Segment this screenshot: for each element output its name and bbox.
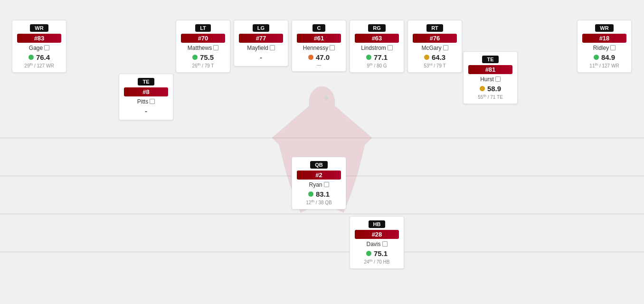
dot-hb [366,251,371,256]
dot-rt [424,55,429,60]
name-te-left[interactable]: Pitts [124,98,168,105]
field-line-1 [0,138,644,138]
number-wr-right: #18 [582,34,626,43]
dot-lt [192,55,198,60]
copy-icon-qb[interactable] [324,182,329,187]
name-lt[interactable]: Matthews [181,45,225,51]
svg-marker-3 [322,109,333,120]
number-c: #61 [297,34,341,43]
position-wr-left: WR [30,24,48,32]
rating-lt: 75.5 [181,53,225,61]
name-rg[interactable]: Lindstrom [355,45,399,51]
number-qb: #2 [297,171,341,180]
rating-te-left: - [124,107,168,115]
rating-hb: 75.1 [355,249,399,257]
rating-qb: 83.1 [297,190,341,198]
rank-c: — [297,62,341,67]
dot-wr-left [28,55,34,60]
copy-icon-hb[interactable] [383,242,388,247]
card-wr-left: WR #83 Gage 76.4 29th / 127 WR [12,20,66,73]
copy-icon-rt[interactable] [444,46,448,50]
card-qb: QB #2 Ryan 83.1 12th / 38 QB [292,157,346,209]
rank-rg: 9th / 80 G [355,62,399,68]
copy-icon-wr-right[interactable] [611,46,616,50]
name-wr-left[interactable]: Gage [17,45,61,51]
card-wr-right: WR #18 Ridley 84.9 11th / 127 WR [577,20,632,73]
field-line-3 [0,214,644,214]
position-wr-right: WR [595,24,613,32]
svg-point-6 [324,96,329,100]
rank-qb: 12th / 38 QB [297,199,341,205]
rating-rg: 77.1 [355,53,399,61]
name-qb[interactable]: Ryan [297,181,341,188]
rank-wr-right: 11th / 127 WR [582,62,626,68]
name-c[interactable]: Hennessy [297,45,341,51]
copy-icon-lg[interactable] [270,46,275,50]
name-rt[interactable]: McGary [413,45,457,51]
rank-te-right: 55th / 71 TE [468,94,512,100]
position-hb: HB [369,220,386,228]
rating-lg: - [239,53,283,61]
number-lt: #70 [181,34,225,43]
number-te-left: #8 [124,87,168,96]
rank-rt: 53rd / 79 T [413,62,457,68]
name-lg[interactable]: Mayfield [239,45,283,51]
rating-c: 47.0 [297,53,341,61]
card-hb: HB #28 Davis 75.1 24th / 70 HB [350,216,404,269]
name-hb[interactable]: Davis [355,241,399,247]
rating-rt: 64.3 [413,53,457,61]
card-lg: LG #77 Mayfield - [234,20,288,66]
rank-wr-left: 29th / 127 WR [17,62,61,68]
number-hb: #28 [355,230,399,239]
rank-lt: 26th / 79 T [181,62,225,68]
card-rg: RG #63 Lindstrom 77.1 9th / 80 G [350,20,404,73]
number-rg: #63 [355,34,399,43]
card-te-left: TE #8 Pitts - [119,74,173,120]
dot-rg [366,55,371,60]
number-te-right: #81 [468,65,512,74]
position-te-left: TE [138,78,154,86]
field-line-4 [0,252,644,252]
position-lg: LG [253,24,269,32]
dot-c [308,55,313,60]
card-te-right: TE #81 Hurst 58.9 55th / 71 TE [463,51,518,104]
name-wr-right[interactable]: Ridley [582,45,626,51]
football-field: WR #83 Gage 76.4 29th / 127 WR TE #8 Pit… [0,0,644,304]
rating-wr-right: 84.9 [582,53,626,61]
copy-icon-te-right[interactable] [496,77,501,82]
rating-te-right: 58.9 [468,85,512,93]
rating-wr-left: 76.4 [17,53,61,61]
copy-icon-te-left[interactable] [150,99,155,104]
rank-hb: 24th / 70 HB [355,258,399,265]
position-c: C [313,24,326,32]
copy-icon-wr-left[interactable] [45,46,49,50]
card-rt: RT #76 McGary 64.3 53rd / 79 T [407,20,462,73]
copy-icon-c[interactable] [330,46,335,50]
card-lt: LT #70 Matthews 75.5 26th / 79 T [176,20,230,73]
position-rt: RT [426,24,443,32]
position-rg: RG [368,24,386,32]
copy-icon-lt[interactable] [214,46,218,50]
dot-wr-right [594,55,599,60]
dot-te-right [480,86,485,91]
number-rt: #76 [413,34,457,43]
number-lg: #77 [239,34,283,43]
svg-point-2 [309,86,335,118]
position-lt: LT [195,24,211,32]
name-te-right[interactable]: Hurst [468,76,512,83]
copy-icon-rg[interactable] [388,46,393,50]
number-wr-left: #83 [17,34,61,43]
dot-qb [308,191,313,197]
position-qb: QB [310,161,328,169]
card-c: C #61 Hennessy 47.0 — [292,20,346,72]
position-te-right: TE [482,56,498,63]
